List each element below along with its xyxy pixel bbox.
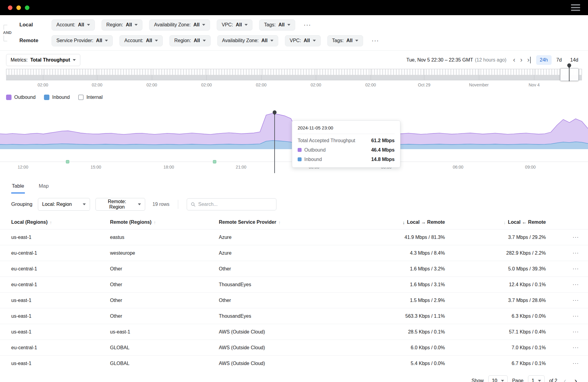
range-button-7d[interactable]: 7d (553, 55, 566, 65)
chip-label: Tags: (264, 22, 276, 28)
scrubber-marker[interactable] (569, 67, 570, 81)
scrubber-track[interactable] (6, 69, 582, 80)
tab-map[interactable]: Map (38, 180, 49, 193)
filter-chip-remote[interactable]: Tags:All (327, 35, 363, 46)
scrubber-date-label: 02:00 (365, 82, 376, 87)
table-cell: us-east-1 (11, 313, 110, 319)
table-cell: westeurope (110, 250, 219, 256)
next-page-icon[interactable]: › (573, 377, 579, 382)
filter-chip-local[interactable]: Availability Zone:All (149, 19, 210, 31)
scrubber-date-label: Oct 29 (418, 82, 430, 87)
scrubber-day-tick (97, 69, 97, 80)
range-button-24h[interactable]: 24h (536, 55, 552, 65)
legend-checkbox[interactable] (78, 95, 84, 100)
sort-arrow-icon: ↑ (154, 220, 156, 225)
table-cell: eu-central-1 (11, 282, 110, 287)
column-header[interactable]: Remote (Regions)↑ (110, 219, 219, 225)
filter-chip-remote[interactable]: VPC:All (285, 35, 321, 46)
x-axis-label: 15:00 (91, 165, 101, 169)
column-header[interactable]: ↓Local ← Remote (445, 219, 546, 225)
table-cell: 5.4 Kbps / 0.0% (334, 361, 445, 366)
table-cell: GLOBAL (110, 361, 219, 366)
table-row[interactable]: us-east-1OtherOther1.5 Mbps / 2.9%3.7 Mb… (0, 292, 588, 308)
column-header[interactable]: ↓Local → Remote (334, 219, 445, 225)
previous-window-icon[interactable]: ‹ (513, 57, 515, 63)
table-cell: Other (110, 282, 219, 287)
column-label: Remote (Regions) (110, 219, 152, 225)
page-size-dropdown[interactable]: 10 (488, 375, 508, 382)
row-actions-button[interactable]: ··· (546, 344, 588, 351)
page-number-dropdown[interactable]: 1 (528, 375, 545, 382)
metrics-dropdown[interactable]: Metrics: Total Throughput (6, 54, 80, 66)
table-cell: Other (219, 266, 334, 272)
local-grouping-dropdown[interactable]: Local: Region (38, 198, 90, 211)
row-actions-button[interactable]: ··· (546, 250, 588, 256)
annotation-marker[interactable] (213, 160, 216, 163)
tooltip-row: Total Accepted Throughput61.2 Mbps (298, 138, 395, 143)
chart-marker[interactable] (274, 114, 275, 173)
row-actions-button[interactable]: ··· (546, 297, 588, 303)
filter-chip-remote[interactable]: Service Provider:All (52, 35, 113, 46)
scrubber-labels: 02:0002:0002:0002:0002:0002:0002:00Oct 2… (6, 80, 582, 89)
more-filters-button[interactable]: ··· (370, 36, 381, 45)
row-actions-button[interactable]: ··· (546, 281, 588, 288)
row-actions-button[interactable]: ··· (546, 329, 588, 335)
chip-value: All (236, 22, 242, 28)
table-row[interactable]: us-east-1eastusAzure41.9 Mbps / 81.3%3.7… (0, 229, 588, 245)
table-row[interactable]: us-east-1us-east-1AWS (Outside Cloud)28.… (0, 324, 588, 340)
previous-page-icon[interactable]: ‹ (562, 377, 568, 382)
table-cell: Other (219, 298, 334, 303)
table-cell: us-east-1 (11, 298, 110, 303)
table-cell: 28.5 Kbps / 0.1% (334, 329, 445, 335)
filter-chip-remote[interactable]: Region:All (169, 35, 211, 46)
next-window-icon[interactable]: › (520, 57, 522, 63)
chevron-down-icon (287, 24, 290, 26)
menu-icon[interactable] (571, 4, 580, 11)
legend-item-internal[interactable]: Internal (78, 95, 102, 100)
table-row[interactable]: us-east-1OtherThousandEyes563.3 Kbps / 1… (0, 308, 588, 324)
more-filters-button[interactable]: ··· (302, 20, 313, 29)
scrubber-day-tick (534, 69, 534, 80)
search-icon (191, 202, 195, 207)
search-input[interactable] (198, 202, 272, 207)
scrubber-date-label: Nov 4 (529, 82, 540, 87)
table-row[interactable]: eu-central-1OtherThousandEyes1.6 Mbps / … (0, 276, 588, 292)
remote-grouping-dropdown[interactable]: Remote: Region (95, 198, 145, 211)
column-header[interactable]: Local (Regions)↑ (11, 219, 110, 225)
table-row[interactable]: eu-central-1westeuropeAzure4.3 Mbps / 8.… (0, 245, 588, 261)
minimize-window-button[interactable] (16, 5, 21, 10)
show-label: Show (472, 378, 484, 382)
zoom-window-button[interactable] (25, 5, 29, 10)
filter-chip-remote[interactable]: Availability Zone:All (217, 35, 278, 46)
legend-checkbox[interactable] (6, 95, 12, 100)
legend-item-outbound[interactable]: Outbound (6, 95, 35, 100)
close-window-button[interactable] (8, 5, 12, 10)
tab-table[interactable]: Table (11, 180, 25, 193)
table-cell: Azure (219, 235, 334, 240)
table-row[interactable]: eu-central-1OtherOther1.6 Mbps / 3.2%5.0… (0, 261, 588, 276)
filter-chip-local[interactable]: Region:All (102, 19, 143, 31)
metrics-value: Total Throughput (30, 57, 70, 63)
legend-checkbox[interactable] (44, 95, 49, 100)
row-actions-button[interactable]: ··· (546, 266, 588, 272)
chip-label: Region: (174, 38, 191, 43)
table-row[interactable]: eu-central-1GLOBALAWS (Outside Cloud)6.0… (0, 340, 588, 355)
and-label: AND (2, 30, 12, 35)
column-header[interactable]: Remote Service Provider↑ (219, 219, 334, 225)
rows-count: 19 rows (152, 202, 169, 207)
row-actions-button[interactable]: ··· (546, 313, 588, 319)
row-actions-button[interactable]: ··· (546, 360, 588, 367)
annotation-marker[interactable] (66, 160, 69, 163)
filter-chip-local[interactable]: Tags:All (259, 19, 295, 31)
chart-area: 2024-11-05 23:00 Total Accepted Throughp… (0, 105, 588, 178)
scrubber-date-label: 02:00 (201, 82, 212, 87)
legend-item-inbound[interactable]: Inbound (44, 95, 70, 100)
row-actions-button[interactable]: ··· (546, 234, 588, 240)
table-cell: us-east-1 (11, 329, 110, 335)
table-row[interactable]: us-east-1GLOBALAWS (Outside Cloud)5.4 Kb… (0, 355, 588, 371)
filter-chip-local[interactable]: VPC:All (217, 19, 252, 31)
filter-chip-local[interactable]: Account:All (52, 19, 95, 31)
filter-chip-remote[interactable]: Account:All (119, 35, 163, 46)
jump-to-latest-icon[interactable]: › (527, 57, 530, 63)
table-cell: us-east-1 (11, 361, 110, 366)
